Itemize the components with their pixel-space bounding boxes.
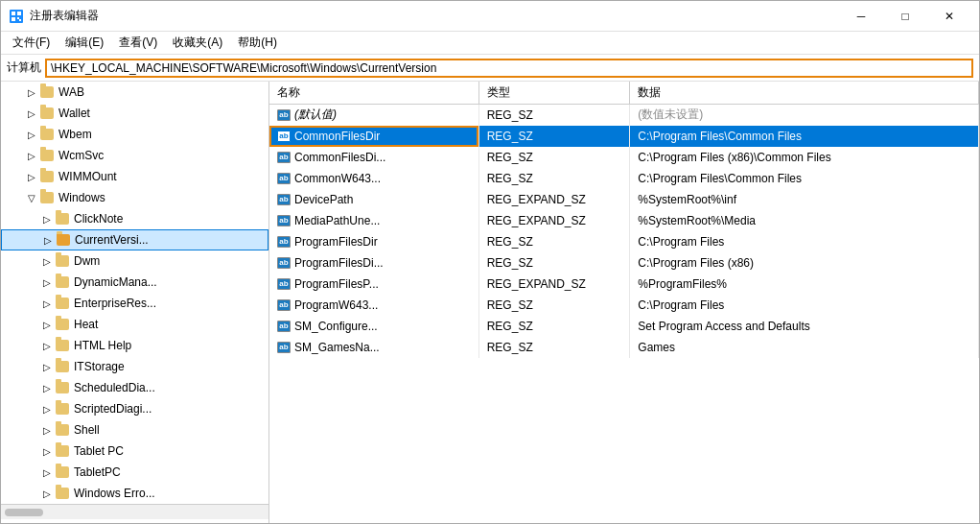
folder-icon-clicknote <box>55 211 70 226</box>
tree-item-scripteddiagi[interactable]: ▷ ScriptedDiagi... <box>1 398 268 419</box>
col-header-name[interactable]: 名称 <box>269 82 478 105</box>
expand-scheduleddia[interactable]: ▷ <box>39 380 55 395</box>
tree-label-wbem: Wbem <box>58 128 92 141</box>
menu-edit[interactable]: 编辑(E) <box>58 34 111 52</box>
cell-type: REG_SZ <box>478 252 630 274</box>
tree-item-shell[interactable]: ▷ Shell <box>1 419 268 441</box>
tree-item-htmlhelp[interactable]: ▷ HTML Help <box>1 335 268 356</box>
folder-icon-windowserro <box>55 486 70 501</box>
minimize-button[interactable]: ─ <box>839 3 883 30</box>
hscroll-thumb[interactable] <box>5 509 43 516</box>
col-header-data[interactable]: 数据 <box>630 82 979 105</box>
menu-file[interactable]: 文件(F) <box>5 34 58 52</box>
expand-tabletpc2[interactable]: ▷ <box>39 464 55 480</box>
title-bar: 注册表编辑器 ─ □ ✕ <box>1 1 979 32</box>
tree-item-wab[interactable]: ▷ WAB <box>1 82 268 103</box>
cell-data: C:\Program Files (x86) <box>630 252 979 274</box>
svg-rect-2 <box>17 12 21 15</box>
tree-item-itstorage[interactable]: ▷ ITStorage <box>1 356 268 377</box>
address-prefix: 计算机 <box>7 60 41 76</box>
expand-wallet[interactable]: ▷ <box>24 106 39 121</box>
expand-windowserro[interactable]: ▷ <box>39 486 55 501</box>
data-pane[interactable]: 名称 类型 数据 ab(默认值)REG_SZ(数值未设置)abCommonFil… <box>269 82 979 523</box>
expand-windows[interactable]: ▽ <box>24 190 39 205</box>
expand-wimmount[interactable]: ▷ <box>24 169 39 184</box>
table-row[interactable]: abDevicePathREG_EXPAND_SZ%SystemRoot%\in… <box>269 189 979 210</box>
tree-item-windowserro[interactable]: ▷ Windows Erro... <box>1 483 268 504</box>
close-button[interactable]: ✕ <box>927 3 971 30</box>
address-input[interactable] <box>45 59 973 78</box>
expand-shell[interactable]: ▷ <box>39 422 55 438</box>
tree-item-heat[interactable]: ▷ Heat <box>1 314 268 335</box>
folder-icon-wimmount <box>39 169 55 184</box>
cell-name: abSM_GamesNa... <box>269 337 478 358</box>
folder-icon-windows <box>39 190 55 205</box>
expand-wcmsvc[interactable]: ▷ <box>24 148 39 163</box>
tree-item-enterpriseres[interactable]: ▷ EnterpriseRes... <box>1 293 268 314</box>
cell-type: REG_SZ <box>478 147 630 168</box>
tree-item-wimmount[interactable]: ▷ WIMMOunt <box>1 166 268 187</box>
expand-itstorage[interactable]: ▷ <box>39 359 55 374</box>
cell-data: (数值未设置) <box>630 105 979 126</box>
menu-help[interactable]: 帮助(H) <box>230 34 285 52</box>
col-header-type[interactable]: 类型 <box>478 82 630 105</box>
tree-item-tabletpc2[interactable]: ▷ TabletPC <box>1 462 268 483</box>
folder-icon-dwm <box>55 253 70 269</box>
tree-label-dwm: Dwm <box>74 254 100 268</box>
maximize-button[interactable]: □ <box>883 3 927 30</box>
tree-item-scheduleddia[interactable]: ▷ ScheduledDia... <box>1 377 268 398</box>
table-row[interactable]: abMediaPathUne...REG_EXPAND_SZ%SystemRoo… <box>269 210 979 231</box>
menu-view[interactable]: 查看(V) <box>111 34 165 52</box>
tree-item-wbem[interactable]: ▷ Wbem <box>1 124 268 145</box>
expand-htmlhelp[interactable]: ▷ <box>39 338 55 353</box>
tree-item-dwm[interactable]: ▷ Dwm <box>1 250 268 272</box>
tree-pane[interactable]: ▷ WAB ▷ Wallet ▷ Wbem ▷ WcmSvc <box>1 82 269 523</box>
table-row[interactable]: abCommonFilesDirREG_SZC:\Program Files\C… <box>269 126 979 147</box>
expand-clicknote[interactable]: ▷ <box>39 211 55 226</box>
tree-item-currentversion[interactable]: ▷ CurrentVersi... <box>1 229 268 250</box>
table-row[interactable]: abProgramFilesDirREG_SZC:\Program Files <box>269 231 979 252</box>
table-row[interactable]: abProgramFilesP...REG_EXPAND_SZ%ProgramF… <box>269 274 979 295</box>
cell-data: %SystemRoot%\inf <box>630 189 979 210</box>
tree-label-wcmsvc: WcmSvc <box>58 149 104 162</box>
table-row[interactable]: abCommonW643...REG_SZC:\Program Files\Co… <box>269 168 979 189</box>
folder-icon-currentversion <box>56 232 71 248</box>
menu-favorites[interactable]: 收藏夹(A) <box>165 34 230 52</box>
expand-enterpriseres[interactable]: ▷ <box>39 296 55 311</box>
table-row[interactable]: abProgramW643...REG_SZC:\Program Files <box>269 295 979 316</box>
table-row[interactable]: abSM_Configure...REG_SZSet Program Acces… <box>269 316 979 337</box>
cell-data: C:\Program Files <box>630 295 979 316</box>
tree-label-scripteddiagi: ScriptedDiagi... <box>74 402 152 416</box>
expand-scripteddiagi[interactable]: ▷ <box>39 401 55 417</box>
tree-label-clicknote: ClickNote <box>74 212 123 226</box>
table-row[interactable]: abSM_GamesNa...REG_SZGames <box>269 337 979 358</box>
tree-item-dynamicmana[interactable]: ▷ DynamicMana... <box>1 272 268 293</box>
folder-icon-tabletpc <box>55 443 70 459</box>
expand-tabletpc[interactable]: ▷ <box>39 443 55 459</box>
tree-item-wallet[interactable]: ▷ Wallet <box>1 103 268 124</box>
main-content: ▷ WAB ▷ Wallet ▷ Wbem ▷ WcmSvc <box>1 82 979 523</box>
tree-label-enterpriseres: EnterpriseRes... <box>74 297 156 310</box>
cell-data: C:\Program Files\Common Files <box>630 168 979 189</box>
tree-label-tabletpc2: TabletPC <box>74 465 121 479</box>
main-window: 注册表编辑器 ─ □ ✕ 文件(F) 编辑(E) 查看(V) 收藏夹(A) 帮助… <box>0 0 980 524</box>
tree-item-tabletpc[interactable]: ▷ Tablet PC <box>1 441 268 462</box>
table-row[interactable]: abCommonFilesDi...REG_SZC:\Program Files… <box>269 147 979 168</box>
tree-label-wallet: Wallet <box>58 107 90 120</box>
tree-item-windows[interactable]: ▽ Windows <box>1 187 268 208</box>
expand-dwm[interactable]: ▷ <box>39 253 55 269</box>
window-title: 注册表编辑器 <box>30 8 839 24</box>
registry-name: SM_GamesNa... <box>294 341 380 354</box>
registry-name: SM_Configure... <box>294 320 378 333</box>
table-row[interactable]: abProgramFilesDi...REG_SZC:\Program File… <box>269 252 979 274</box>
expand-wbem[interactable]: ▷ <box>24 127 39 142</box>
expand-wab[interactable]: ▷ <box>24 84 39 100</box>
table-row[interactable]: ab(默认值)REG_SZ(数值未设置) <box>269 105 979 126</box>
expand-currentversion[interactable]: ▷ <box>40 232 56 248</box>
expand-heat[interactable]: ▷ <box>39 317 55 332</box>
tree-item-clicknote[interactable]: ▷ ClickNote <box>1 208 268 229</box>
cell-type: REG_SZ <box>478 337 630 358</box>
tree-item-wcmsvc[interactable]: ▷ WcmSvc <box>1 145 268 166</box>
expand-dynamicmana[interactable]: ▷ <box>39 274 55 290</box>
tree-label-heat: Heat <box>74 318 98 331</box>
